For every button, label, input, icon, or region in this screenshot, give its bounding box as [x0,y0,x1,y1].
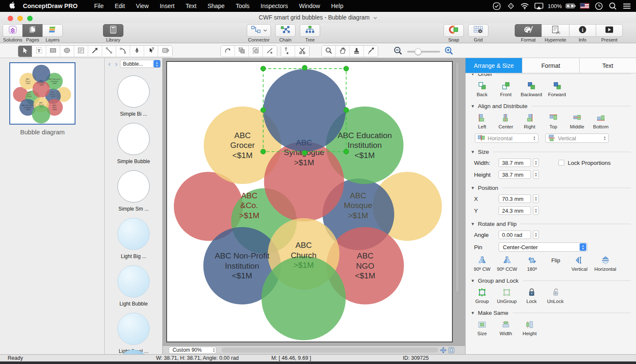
zoom-slider-thumb[interactable] [415,48,421,55]
rectangle-tool[interactable] [46,46,60,57]
wifi-icon[interactable] [520,1,530,11]
width-input[interactable]: 38.7 mm [499,158,531,167]
selection-handle-1[interactable] [302,65,307,70]
menu-item-file[interactable]: File [94,3,104,9]
ungroup-button[interactable]: UnGroup [497,287,517,304]
pan-tool[interactable] [336,46,350,57]
backward-button[interactable]: Backward [521,81,542,97]
apple-icon[interactable] [9,2,15,10]
180-button[interactable]: 180º [523,255,541,272]
selection-handle-3[interactable] [261,108,266,113]
snap-button[interactable]: Snap [444,24,464,42]
spline-tool[interactable] [221,46,235,57]
canvas-vertical-scrollbar[interactable] [455,62,460,342]
position-y-input[interactable]: 24.3 mm [499,206,531,215]
connector-button[interactable]: Connector [247,24,271,42]
distribute-vertical-dropdown[interactable]: Vertical ▴▾ [545,133,609,143]
selection-handle-4[interactable] [344,108,349,113]
arrow-tool[interactable] [88,46,102,57]
zoom-out-icon[interactable] [393,46,403,57]
app-name[interactable]: ConceptDraw PRO [23,3,78,9]
size-button[interactable]: Size [473,320,491,336]
shape-action-tool[interactable] [158,46,172,57]
bubble-diagram[interactable]: ABCGrocer<$1MABC EducationInstitution<$1… [167,62,452,342]
angle-input[interactable]: 0.00 rad [499,231,531,239]
selection-handle-7[interactable] [344,149,349,154]
library-item-simple-sm[interactable]: Simple Sm ... [105,170,162,212]
group-button[interactable]: Group [473,287,491,304]
zoom-in-icon[interactable] [444,46,454,57]
vertical-button[interactable]: Vertical [571,255,589,272]
unlock-button[interactable]: UnLock [547,287,564,304]
position-x-input[interactable]: 70.3 mm [499,195,531,203]
zoom-slider[interactable] [407,51,440,53]
selection-handle-0[interactable] [261,66,266,71]
horizontal-button[interactable]: Horizontal [594,255,616,272]
width-stepper[interactable]: ▴▾ [533,158,539,167]
pages-button[interactable]: Pages [22,24,43,42]
library-item-light-smal[interactable]: Light Smal ... [105,313,162,354]
solutions-button[interactable]: Solutions [3,24,23,42]
90-ccw-button[interactable]: 90º CCW [497,255,517,272]
text-tool[interactable]: T [32,46,46,57]
library-item-simple-bi[interactable]: Simple Bi ... [105,75,162,117]
library-forward-button[interactable]: › [113,60,119,68]
back-button[interactable]: Back [473,81,491,97]
canvas-horizontal-scrollbar[interactable] [221,347,438,353]
position-y-stepper[interactable]: ▴▾ [533,206,539,215]
line-tool[interactable] [102,46,116,57]
library-item-simple-bubble[interactable]: Simple Bubble [105,123,162,164]
menu-item-view[interactable]: View [136,3,149,9]
forward-button[interactable]: Forward [548,81,566,97]
arc-tool[interactable] [116,46,130,57]
spotlight-search-icon[interactable] [608,1,618,11]
library-item-light-big[interactable]: Light Big ... [105,218,162,259]
menu-item-help[interactable]: Help [331,3,343,9]
selection-handle-5[interactable] [261,149,266,154]
front-button[interactable]: Front [497,81,515,97]
shield-check-icon[interactable] [492,1,502,11]
right-button[interactable]: Right [521,113,538,129]
library-item-light-bubble[interactable]: Light Bubble [105,265,162,307]
pointer-tool[interactable] [18,46,32,57]
angle-stepper[interactable]: ▴▾ [533,231,539,239]
add-point-tool[interactable] [281,46,295,57]
reshape-tool[interactable] [144,46,158,57]
menu-item-tools[interactable]: Tools [236,3,250,9]
selection-handle-6[interactable] [302,150,307,156]
selection-handle-2[interactable] [344,66,349,71]
zoom-tool-tool[interactable] [322,46,336,57]
display-airplay-icon[interactable] [534,1,544,11]
menu-item-insert[interactable]: Insert [160,3,175,9]
library-back-button[interactable]: ‹ [106,60,112,68]
library-selector-dropdown[interactable]: Bubble... ▴▾ [120,60,161,68]
tab-arrange-and-size[interactable]: Arrange & Size [466,58,522,73]
clock-icon[interactable] [594,1,604,11]
tab-format[interactable]: Format [522,58,579,73]
chain-button[interactable]: Chain [275,24,296,42]
pin-dropdown[interactable]: Center-Center ▴▾ [499,242,588,252]
input-language-flag-icon[interactable] [580,1,590,11]
layers-button[interactable]: Layers [42,24,63,42]
present-button[interactable]: Present [596,24,623,42]
bottom-button[interactable]: Bottom [592,113,610,129]
notification-center-icon[interactable] [622,1,632,11]
left-button[interactable]: Left [473,113,491,129]
format-button[interactable]: Format [515,24,542,42]
stamp-tool[interactable] [350,46,364,57]
document-page[interactable]: ABCGrocer<$1MABC EducationInstitution<$1… [166,61,453,342]
pen-tool[interactable] [130,46,144,57]
position-x-stepper[interactable]: ▴▾ [533,195,539,203]
lock-proportions-checkbox[interactable] [558,160,564,166]
battery-icon[interactable] [566,1,576,11]
page-thumbnail[interactable]: ABCGrocer<$1MABC EducationInstitution<$1… [9,62,75,125]
menu-item-edit[interactable]: Edit [114,3,125,9]
canvas-zoom-dropdown[interactable]: Custom 90% ▴▾ [169,347,216,354]
menu-item-shape[interactable]: Shape [207,3,224,9]
menu-item-text[interactable]: Text [186,3,197,9]
scissors-tool[interactable] [295,46,309,57]
distribute-horizontal-dropdown[interactable]: Horizontal ▴▾ [475,133,538,143]
grid-button[interactable]: Grid [468,24,488,42]
text-block-tool[interactable] [74,46,88,57]
tab-text[interactable]: Text [580,58,636,73]
